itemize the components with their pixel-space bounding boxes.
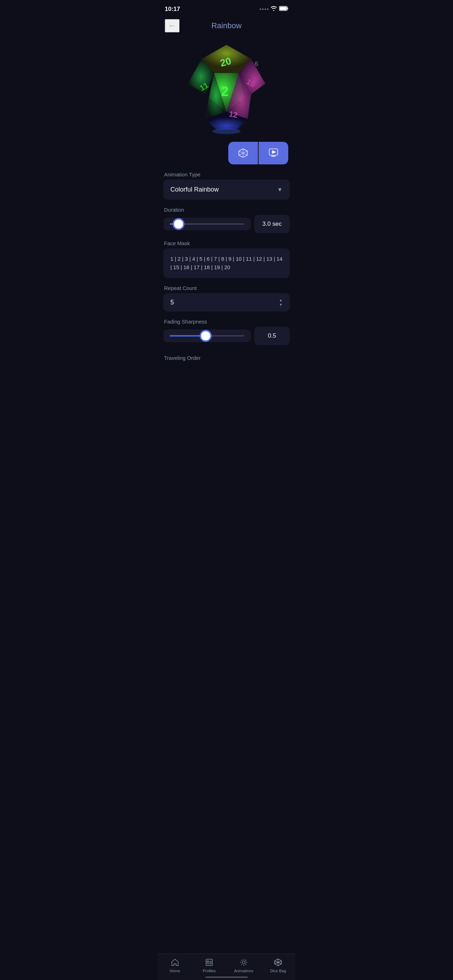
action-buttons-container — [158, 142, 295, 172]
fading-slider-thumb[interactable] — [201, 331, 210, 340]
repeat-count-box: 5 ▲ ▼ — [163, 293, 290, 312]
fading-sharpness-label: Fading Sharpness — [163, 318, 290, 325]
stepper-icon[interactable]: ▲ ▼ — [279, 298, 283, 307]
back-button[interactable]: ← — [165, 19, 180, 32]
fading-row: 0.5 — [163, 327, 290, 345]
traveling-order-label: Traveling Order — [163, 352, 290, 361]
duration-value-box: 3.0 sec — [254, 215, 290, 233]
status-time: 10:17 — [165, 6, 180, 13]
play-icon — [269, 148, 278, 158]
settings-area: Animation Type Colorful Rainbow ▼ Durati… — [158, 172, 295, 364]
header: ← Rainbow — [158, 16, 295, 36]
fading-value-box: 0.5 — [254, 327, 290, 345]
page-title: Rainbow — [211, 21, 242, 30]
animation-type-dropdown[interactable]: Colorful Rainbow ▼ — [163, 180, 290, 200]
dice-3d-model: 20 2 11 10 12 6 — [181, 38, 272, 137]
svg-marker-22 — [272, 150, 276, 154]
svg-rect-1 — [288, 7, 288, 10]
fading-slider-fill — [170, 335, 206, 337]
action-btn-group — [228, 142, 288, 164]
fading-sharpness-section: Fading Sharpness 0.5 — [163, 318, 290, 345]
svg-text:2: 2 — [221, 84, 228, 99]
svg-text:6: 6 — [255, 60, 258, 67]
signal-icon — [260, 8, 269, 10]
face-mask-value: 1 | 2 | 3 | 4 | 5 | 6 | 7 | 8 | 9 | 10 |… — [170, 256, 283, 270]
repeat-count-label: Repeat Count — [163, 285, 290, 291]
face-mask-label: Face Mask — [163, 240, 290, 246]
duration-slider-track[interactable] — [170, 223, 245, 225]
svg-text:12: 12 — [228, 109, 238, 119]
duration-row: 3.0 sec — [163, 215, 290, 233]
repeat-count-value: 5 — [170, 299, 174, 306]
chevron-down-icon: ▼ — [277, 187, 283, 193]
repeat-count-section: Repeat Count 5 ▲ ▼ — [163, 285, 290, 312]
animation-type-label: Animation Type — [163, 172, 290, 177]
face-mask-box[interactable]: 1 | 2 | 3 | 4 | 5 | 6 | 7 | 8 | 9 | 10 |… — [163, 248, 290, 278]
duration-slider-thumb[interactable] — [174, 220, 183, 229]
svg-point-16 — [212, 129, 241, 134]
duration-section: Duration 3.0 sec — [163, 207, 290, 233]
face-mask-section: Face Mask 1 | 2 | 3 | 4 | 5 | 6 | 7 | 8 … — [163, 240, 290, 278]
duration-slider-container — [163, 218, 251, 231]
fading-slider-container — [163, 329, 251, 342]
duration-label: Duration — [163, 207, 290, 213]
dice-icon — [238, 148, 248, 158]
traveling-order-section: Traveling Order — [163, 352, 290, 363]
fading-slider-track[interactable] — [170, 335, 245, 337]
dice-preview: 20 2 11 10 12 6 — [158, 36, 295, 142]
status-icons — [260, 6, 288, 12]
status-bar: 10:17 — [158, 0, 295, 16]
animation-type-section: Animation Type Colorful Rainbow ▼ — [163, 172, 290, 200]
play-action-button[interactable] — [259, 142, 288, 164]
dice-action-button[interactable] — [228, 142, 259, 164]
svg-rect-2 — [280, 7, 287, 10]
wifi-icon — [270, 6, 277, 12]
battery-icon — [279, 6, 288, 12]
animation-type-value: Colorful Rainbow — [170, 186, 219, 193]
